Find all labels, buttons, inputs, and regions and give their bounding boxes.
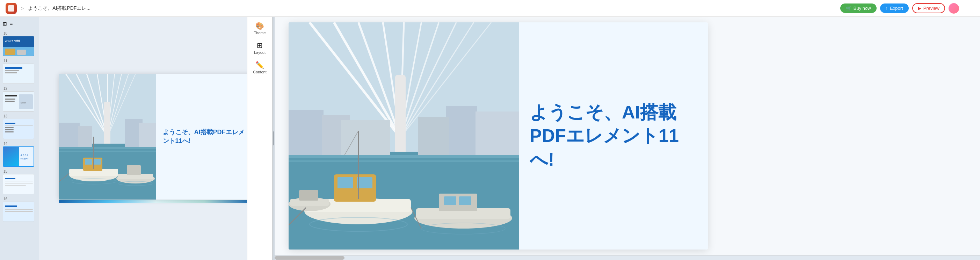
preview-button[interactable]: ▶ Preview [912,3,945,13]
slide-scroll-bar[interactable] [59,200,253,203]
preview-title: ようこそ、AI搭載PDFエレメント11へ! [530,100,697,172]
main-content: ⊞ ≡ 10 ようこそ AI搭載 11 [0,17,980,260]
slide-image-section [59,74,156,199]
content-tool[interactable]: ✏️ Content [250,59,270,77]
export-label: Export [890,6,903,11]
thumb-img-12: Server [3,91,34,112]
svg-rect-33 [5,211,33,212]
svg-rect-4 [17,49,26,55]
svg-rect-8 [5,72,17,73]
svg-rect-84 [418,117,449,155]
svg-rect-77 [289,155,519,158]
buy-now-label: Buy now [854,6,871,11]
grid-view-icon[interactable]: ⊞ [3,21,7,27]
svg-rect-48 [59,123,80,147]
svg-rect-95 [444,196,456,205]
thumb-number-13: 13 [3,114,7,118]
svg-rect-79 [289,110,323,155]
cart-icon: 🛒 [846,6,851,11]
svg-rect-26 [5,178,15,179]
divider-handle [273,131,274,145]
left-panel: ⊞ ≡ 10 ようこそ AI搭載 11 [0,17,272,260]
thumbnail-sidebar: ⊞ ≡ 10 ようこそ AI搭載 11 [0,17,39,260]
thumb-number-11: 11 [3,59,7,63]
slide-editor: ようこそ、AI搭載PDFエレメント11へ! [39,17,272,260]
list-view-icon[interactable]: ≡ [10,21,13,27]
export-icon: ↑ [886,6,888,11]
svg-rect-25 [3,174,34,194]
thumb-img-16 [3,202,34,222]
preview-label: Preview [923,6,939,11]
thumb-img-10: ようこそ AI搭載 [3,36,34,56]
content-icon: ✏️ [255,62,264,69]
svg-rect-78 [289,160,519,162]
horizontal-scrollbar[interactable] [275,255,980,260]
preview-icon: ▶ [918,6,921,11]
thumb-number-10: 10 [3,32,7,35]
svg-rect-56 [94,159,100,164]
buy-now-button[interactable]: 🛒 Buy now [840,3,877,13]
svg-rect-17 [5,126,33,126]
slide-text-section: ようこそ、AI搭載PDFエレメント11へ! [156,74,253,199]
svg-rect-29 [5,185,26,185]
svg-rect-31 [5,206,17,207]
svg-rect-30 [3,202,34,222]
svg-rect-3 [5,49,15,55]
svg-rect-22 [19,147,34,167]
svg-text:AI搭載PDF: AI搭載PDF [20,158,29,160]
thumb-header: ⊞ ≡ [2,19,37,29]
slide-thumbnail-14[interactable]: 14 ようこそ AI搭載PDF [2,141,37,167]
svg-rect-7 [5,70,19,71]
layout-label: Layout [254,50,266,54]
svg-rect-81 [446,106,477,155]
export-button[interactable]: ↑ Export [880,3,909,13]
content-label: Content [253,70,267,74]
svg-rect-60 [127,165,141,175]
svg-rect-32 [5,209,33,210]
app-logo [6,3,17,14]
preview-text-section: ようこそ、AI搭載PDFエレメント11へ! [519,22,708,249]
svg-text:Server: Server [21,102,26,104]
slide-thumbnail-11[interactable]: 11 [2,58,37,85]
preview-image-section [289,22,519,249]
slide-thumbnail-10[interactable]: 10 ようこそ AI搭載 [2,31,37,57]
svg-rect-20 [5,131,14,132]
svg-rect-19 [5,129,14,130]
svg-rect-15 [3,119,34,139]
preview-slide: ようこそ、AI搭載PDFエレメント11へ! [289,22,708,249]
thumb-number-12: 12 [3,87,7,91]
right-panel: ようこそ、AI搭載PDFエレメント11へ! [275,17,980,260]
slide-thumbnail-15[interactable]: 15 [2,169,37,195]
theme-tool[interactable]: 🎨 Theme [250,19,270,38]
layout-tool[interactable]: ⊞ Layout [250,39,270,57]
svg-rect-12 [5,99,15,100]
thumb-img-13 [3,119,34,139]
slide-canvas: ようこそ、AI搭載PDFエレメント11へ! [59,74,253,199]
slide-thumbnail-16[interactable]: 16 [2,196,37,223]
thumb-img-15 [3,174,34,194]
topbar-actions: 🛒 Buy now ↑ Export ▶ Preview [840,3,959,14]
svg-rect-16 [5,123,15,124]
thumb-img-11 [3,64,34,84]
svg-rect-47 [59,151,156,152]
svg-rect-55 [85,159,92,164]
theme-label: Theme [254,31,266,35]
slide-thumbnail-13[interactable]: 13 [2,113,37,140]
svg-rect-83 [341,120,390,155]
svg-rect-28 [5,183,33,183]
svg-rect-51 [139,123,156,147]
svg-rect-49 [78,126,92,147]
svg-rect-82 [476,112,519,155]
thumb-number-14: 14 [3,142,7,146]
svg-rect-6 [5,67,22,69]
svg-text:ようこそ AI搭載: ようこそ AI搭載 [5,40,20,42]
slide-thumbnail-12[interactable]: 12 Server [2,86,37,112]
thumb-number-15: 15 [3,169,7,173]
layout-icon: ⊞ [257,42,263,49]
svg-rect-96 [459,196,471,205]
user-avatar[interactable] [948,3,959,14]
svg-rect-88 [337,177,353,188]
right-toolbar: 🎨 Theme ⊞ Layout ✏️ Content [247,17,272,260]
preview-area: ようこそ、AI搭載PDFエレメント11へ! [275,17,980,255]
topbar: > ようこそ、AI搭載PDFエレ... 🛒 Buy now ↑ Export ▶… [0,0,980,17]
